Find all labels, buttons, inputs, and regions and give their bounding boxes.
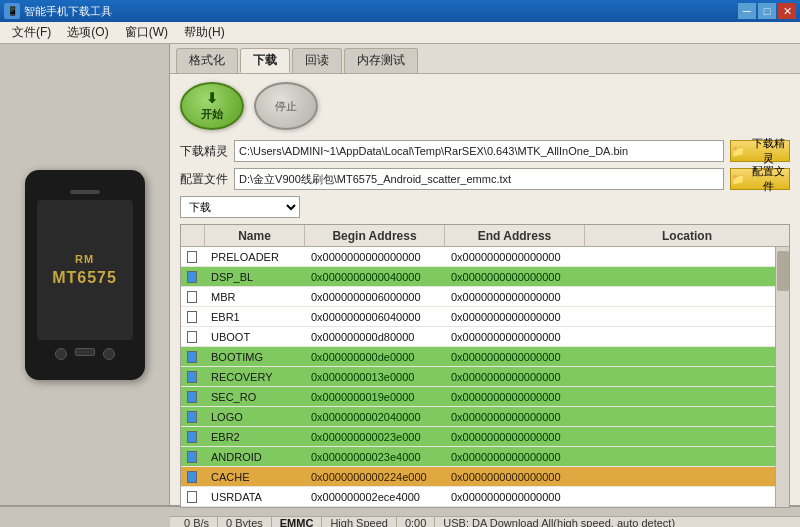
status-memory-type: EMMC xyxy=(272,517,323,527)
row-begin-address: 0x000000000023e000 xyxy=(305,427,445,446)
config-file-input[interactable] xyxy=(234,168,724,190)
table-body: PRELOADER0x00000000000000000x00000000000… xyxy=(181,247,775,507)
row-begin-address: 0x000000000d80000 xyxy=(305,327,445,346)
row-end-address: 0x0000000000000000 xyxy=(445,407,585,426)
row-name: MBR xyxy=(205,287,305,306)
row-name: EBR1 xyxy=(205,307,305,326)
row-location xyxy=(585,387,775,406)
row-end-address: 0x0000000000000000 xyxy=(445,247,585,266)
table-row[interactable]: ANDROID0x00000000023e40000x0000000000000… xyxy=(181,447,775,467)
row-checkbox[interactable] xyxy=(181,447,205,466)
row-begin-address: 0x0000000002040000 xyxy=(305,407,445,426)
table-scrollbar[interactable] xyxy=(775,247,789,507)
phone-speaker xyxy=(70,190,100,194)
minimize-button[interactable]: ─ xyxy=(738,3,756,19)
row-checkbox[interactable] xyxy=(181,287,205,306)
row-checkbox[interactable] xyxy=(181,427,205,446)
phone-btn-home xyxy=(75,348,95,356)
col-location: Location xyxy=(585,225,789,246)
table-row[interactable]: DSP_BL0x00000000000400000x00000000000000… xyxy=(181,267,775,287)
menu-help[interactable]: 帮助(H) xyxy=(176,22,233,43)
download-wizard-btn-label: 下载精灵 xyxy=(748,136,789,166)
row-end-address: 0x0000000000000000 xyxy=(445,387,585,406)
row-end-address: 0x0000000000000000 xyxy=(445,427,585,446)
col-check xyxy=(181,225,205,246)
table-scroll-area: PRELOADER0x00000000000000000x00000000000… xyxy=(181,247,789,507)
config-file-label: 配置文件 xyxy=(180,171,228,188)
table-main: PRELOADER0x00000000000000000x00000000000… xyxy=(181,247,775,507)
row-end-address: 0x0000000000000000 xyxy=(445,307,585,326)
close-button[interactable]: ✕ xyxy=(778,3,796,19)
status-transfer-rate: 0 B/s xyxy=(176,517,218,527)
row-checkbox[interactable] xyxy=(181,267,205,286)
table-row[interactable]: EBR20x000000000023e0000x0000000000000000 xyxy=(181,427,775,447)
title-bar: 📱 智能手机下载工具 ─ □ ✕ xyxy=(0,0,800,22)
phone-mock: RM MT6575 xyxy=(25,170,145,380)
table-row[interactable]: CACHE0x0000000000224e0000x00000000000000… xyxy=(181,467,775,487)
config-file-button[interactable]: 📁 配置文件 xyxy=(730,168,790,190)
download-wizard-input[interactable] xyxy=(234,140,724,162)
stop-label: 停止 xyxy=(275,99,297,114)
table-row[interactable]: BOOTIMG0x000000000de00000x00000000000000… xyxy=(181,347,775,367)
row-checkbox[interactable] xyxy=(181,387,205,406)
status-time: 0:00 xyxy=(397,517,435,527)
col-name: Name xyxy=(205,225,305,246)
stop-button[interactable]: 停止 xyxy=(254,82,318,130)
tab-memory-test[interactable]: 内存测试 xyxy=(344,48,418,73)
download-wizard-row: 下载精灵 📁 下载精灵 xyxy=(180,140,790,162)
status-speed: High Speed xyxy=(322,517,397,527)
scroll-thumb[interactable] xyxy=(777,251,789,291)
row-begin-address: 0x0000000019e0000 xyxy=(305,387,445,406)
row-checkbox[interactable] xyxy=(181,467,205,486)
row-checkbox[interactable] xyxy=(181,307,205,326)
tab-readback[interactable]: 回读 xyxy=(292,48,342,73)
download-wizard-button[interactable]: 📁 下载精灵 xyxy=(730,140,790,162)
row-location xyxy=(585,247,775,266)
config-file-row: 配置文件 📁 配置文件 xyxy=(180,168,790,190)
table-row[interactable]: PRELOADER0x00000000000000000x00000000000… xyxy=(181,247,775,267)
table-row[interactable]: RECOVERY0x0000000013e00000x0000000000000… xyxy=(181,367,775,387)
tab-format[interactable]: 格式化 xyxy=(176,48,238,73)
col-begin: Begin Address xyxy=(305,225,445,246)
row-name: RECOVERY xyxy=(205,367,305,386)
maximize-button[interactable]: □ xyxy=(758,3,776,19)
menu-options[interactable]: 选项(O) xyxy=(59,22,116,43)
menu-file[interactable]: 文件(F) xyxy=(4,22,59,43)
row-location xyxy=(585,287,775,306)
col-end: End Address xyxy=(445,225,585,246)
row-checkbox[interactable] xyxy=(181,367,205,386)
phone-buttons xyxy=(55,348,115,360)
table-row[interactable]: LOGO0x00000000020400000x0000000000000000 xyxy=(181,407,775,427)
menu-window[interactable]: 窗口(W) xyxy=(117,22,176,43)
download-wizard-label: 下载精灵 xyxy=(180,143,228,160)
row-name: BOOTIMG xyxy=(205,347,305,366)
start-button[interactable]: ⬇ 开始 xyxy=(180,82,244,130)
row-checkbox[interactable] xyxy=(181,327,205,346)
config-file-btn-label: 配置文件 xyxy=(748,164,789,194)
row-checkbox[interactable] xyxy=(181,247,205,266)
row-checkbox[interactable] xyxy=(181,347,205,366)
row-begin-address: 0x000000000de0000 xyxy=(305,347,445,366)
table-row[interactable]: EBR10x00000000060400000x0000000000000000 xyxy=(181,307,775,327)
table-row[interactable]: SEC_RO0x0000000019e00000x000000000000000… xyxy=(181,387,775,407)
row-name: LOGO xyxy=(205,407,305,426)
row-location xyxy=(585,367,775,386)
row-checkbox[interactable] xyxy=(181,407,205,426)
phone-screen: RM MT6575 xyxy=(37,200,133,340)
row-begin-address: 0x0000000000000000 xyxy=(305,247,445,266)
table-header: Name Begin Address End Address Location xyxy=(181,225,789,247)
download-type-select[interactable]: 下载 格式化 回读 xyxy=(180,196,300,218)
main-content: RM MT6575 格式化 下载 回读 内存测试 ⬇ 开始 xyxy=(0,44,800,505)
right-panel: 格式化 下载 回读 内存测试 ⬇ 开始 停止 下载精灵 xyxy=(170,44,800,505)
table-row[interactable]: USRDATA0x000000002ece40000x0000000000000… xyxy=(181,487,775,507)
tab-download[interactable]: 下载 xyxy=(240,48,290,73)
row-checkbox[interactable] xyxy=(181,487,205,506)
table-row[interactable]: UBOOT0x000000000d800000x0000000000000000 xyxy=(181,327,775,347)
row-name: USRDATA xyxy=(205,487,305,506)
row-location xyxy=(585,267,775,286)
row-end-address: 0x0000000000000000 xyxy=(445,367,585,386)
download-type-row: 下载 格式化 回读 xyxy=(180,196,790,218)
table-row[interactable]: MBR0x00000000060000000x0000000000000000 xyxy=(181,287,775,307)
phone-brand: RM xyxy=(75,253,94,265)
tab-bar: 格式化 下载 回读 内存测试 xyxy=(170,44,800,74)
